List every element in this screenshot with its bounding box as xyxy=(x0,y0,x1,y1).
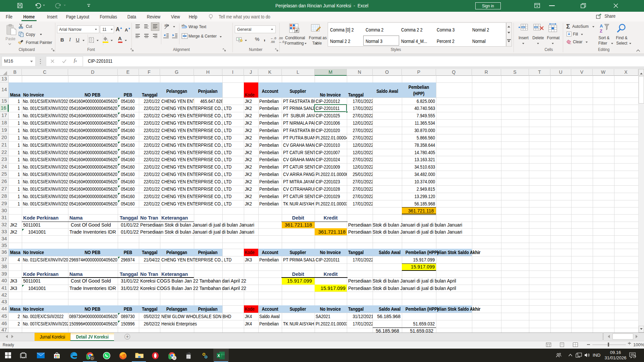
svg-text:ab: ab xyxy=(164,23,168,27)
svg-text:A: A xyxy=(600,23,603,28)
svg-text:X: X xyxy=(217,354,220,358)
svg-text:ab: ab xyxy=(181,24,185,27)
svg-text:D: D xyxy=(91,357,94,360)
svg-text:Z: Z xyxy=(600,28,602,34)
